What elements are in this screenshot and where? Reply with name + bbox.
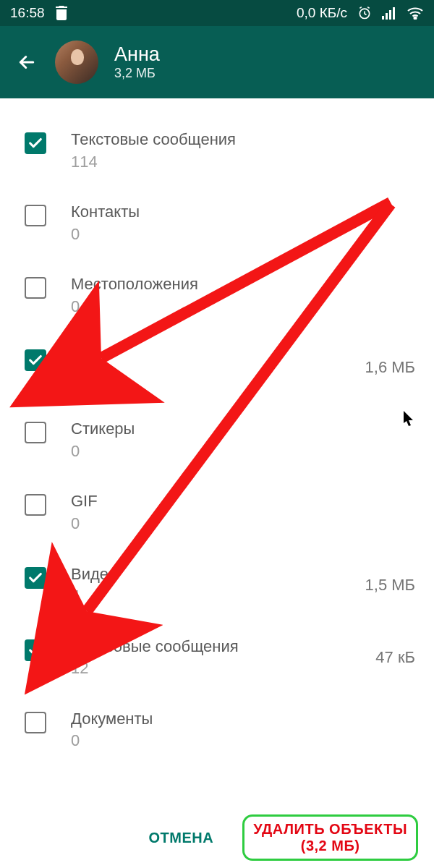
checkbox-photos[interactable] xyxy=(25,349,46,371)
delete-button-line2: (3,2 МБ) xyxy=(253,838,407,854)
category-count: 0 xyxy=(71,441,415,461)
trash-icon xyxy=(55,6,68,20)
category-count: 20 xyxy=(71,369,341,389)
category-row-video[interactable]: Видео41,5 МБ xyxy=(0,549,434,621)
checkbox-video[interactable] xyxy=(25,567,46,589)
svg-rect-1 xyxy=(382,16,384,20)
status-time: 16:58 xyxy=(10,5,45,21)
status-bar: 16:58 0,0 КБ/с xyxy=(0,0,434,26)
storage-category-list: Текстовые сообщения114Контакты0Местополо… xyxy=(0,98,434,766)
category-label: Стикеры xyxy=(71,419,415,440)
cancel-button[interactable]: ОТМЕНА xyxy=(140,822,223,854)
alarm-icon xyxy=(357,6,372,20)
category-size: 1,5 МБ xyxy=(365,576,415,595)
signal-icon xyxy=(382,7,396,20)
back-button[interactable] xyxy=(14,50,39,75)
category-size: 1,6 МБ xyxy=(365,358,415,377)
category-count: 0 xyxy=(71,224,415,244)
delete-button-line1: УДАЛИТЬ ОБЪЕКТЫ xyxy=(253,821,407,838)
category-label: GIF xyxy=(71,491,415,512)
checkbox-gif[interactable] xyxy=(25,494,46,516)
category-row-contacts[interactable]: Контакты0 xyxy=(0,187,434,259)
category-count: 0 xyxy=(71,514,415,534)
svg-rect-3 xyxy=(389,10,391,20)
wifi-icon xyxy=(407,7,424,20)
category-label: Текстовые сообщения xyxy=(71,129,415,150)
cursor-icon xyxy=(404,411,415,430)
category-row-docs[interactable]: Документы0 xyxy=(0,694,434,766)
checkbox-docs[interactable] xyxy=(25,712,46,733)
checkbox-text[interactable] xyxy=(25,132,46,154)
contact-name: Анна xyxy=(114,43,160,66)
category-row-stickers[interactable]: Стикеры0 xyxy=(0,404,434,476)
checkbox-voice[interactable] xyxy=(25,639,46,661)
checkbox-locations[interactable] xyxy=(25,277,46,299)
delete-button[interactable]: УДАЛИТЬ ОБЪЕКТЫ (3,2 МБ) xyxy=(242,814,418,861)
category-size: 47 кБ xyxy=(375,648,415,667)
category-count: 0 xyxy=(71,731,415,751)
category-row-gif[interactable]: GIF0 xyxy=(0,476,434,548)
category-label: Голосовые сообщения xyxy=(71,637,351,658)
svg-rect-4 xyxy=(393,7,395,20)
category-label: Местоположения xyxy=(71,274,415,295)
category-row-text[interactable]: Текстовые сообщения114 xyxy=(0,114,434,187)
category-count: 12 xyxy=(71,658,351,678)
avatar[interactable] xyxy=(55,41,98,84)
category-count: 4 xyxy=(71,586,341,606)
category-row-locations[interactable]: Местоположения0 xyxy=(0,259,434,331)
category-label: Документы xyxy=(71,709,415,730)
category-label: Видео xyxy=(71,564,341,585)
category-row-voice[interactable]: Голосовые сообщения1247 кБ xyxy=(0,621,434,694)
svg-point-5 xyxy=(414,17,417,20)
category-row-photos[interactable]: Фото201,6 МБ xyxy=(0,331,434,404)
svg-rect-2 xyxy=(386,13,388,20)
checkbox-contacts[interactable] xyxy=(25,205,46,226)
footer-actions: ОТМЕНА УДАЛИТЬ ОБЪЕКТЫ (3,2 МБ) xyxy=(0,807,434,868)
category-count: 114 xyxy=(71,152,415,172)
app-header: Анна 3,2 МБ xyxy=(0,26,434,98)
category-count: 0 xyxy=(71,297,415,317)
contact-total-size: 3,2 МБ xyxy=(114,66,160,81)
category-label: Контакты xyxy=(71,202,415,223)
checkbox-stickers[interactable] xyxy=(25,422,46,443)
status-speed: 0,0 КБ/с xyxy=(297,5,347,21)
category-label: Фото xyxy=(71,346,341,367)
